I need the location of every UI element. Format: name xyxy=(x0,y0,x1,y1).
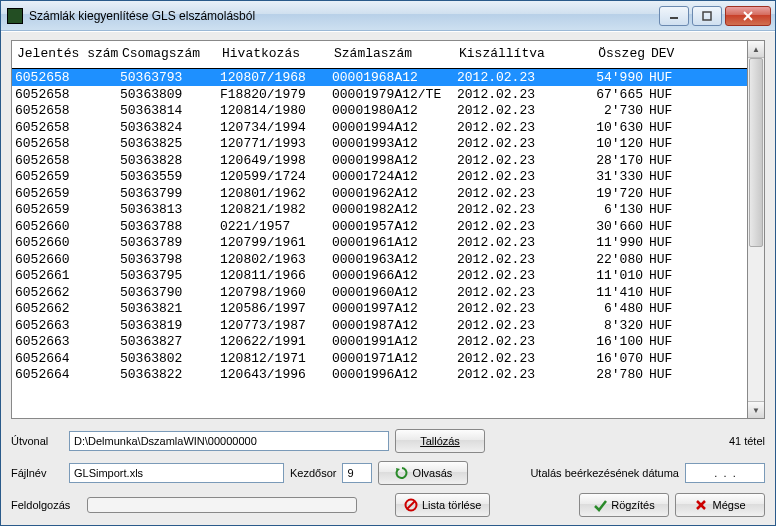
table-row[interactable]: 605265950363559120599/172400001724A12201… xyxy=(12,168,747,185)
cell: 67'665 xyxy=(554,86,646,103)
date-input[interactable] xyxy=(685,463,765,483)
cell: 0221/1957 xyxy=(217,218,329,235)
col-jelentes[interactable]: Jelentés szám xyxy=(14,45,119,62)
cell: HUF xyxy=(646,218,691,235)
cell: 120801/1962 xyxy=(217,185,329,202)
cell: 2012.02.23 xyxy=(454,135,554,152)
close-button[interactable] xyxy=(725,6,771,26)
table-row[interactable]: 605265850363793120807/196800001968A12201… xyxy=(12,69,747,86)
cell: 120814/1980 xyxy=(217,102,329,119)
cell: 6052661 xyxy=(12,267,117,284)
maximize-button[interactable] xyxy=(692,6,722,26)
cell: HUF xyxy=(646,86,691,103)
table-row[interactable]: 605266150363795120811/196600001966A12201… xyxy=(12,267,747,284)
cell: 50363821 xyxy=(117,300,217,317)
cell: HUF xyxy=(646,333,691,350)
col-dev[interactable]: DEV xyxy=(648,45,693,62)
cell: 6052662 xyxy=(12,284,117,301)
cell: 6052659 xyxy=(12,201,117,218)
fajlnev-input[interactable] xyxy=(69,463,284,483)
table-row[interactable]: 605265850363809F18820/197900001979A12/TE… xyxy=(12,86,747,103)
cell: 6052658 xyxy=(12,152,117,169)
table-row[interactable]: 605265850363814120814/198000001980A12201… xyxy=(12,102,747,119)
cell: 120586/1997 xyxy=(217,300,329,317)
cell: 2012.02.23 xyxy=(454,218,554,235)
minimize-button[interactable] xyxy=(659,6,689,26)
cell: 6052665 xyxy=(12,383,117,385)
cell: 6052658 xyxy=(12,86,117,103)
cell: 2012.02.23 xyxy=(454,383,554,385)
cell: HUF xyxy=(646,185,691,202)
table-row[interactable]: 605266050363798120802/196300001963A12201… xyxy=(12,251,747,268)
cell: 50363806 xyxy=(117,383,217,385)
cell: 2012.02.23 xyxy=(454,234,554,251)
table-row[interactable]: 605266050363789120799/196100001961A12201… xyxy=(12,234,747,251)
cell: 120821/1982 xyxy=(217,201,329,218)
table-row[interactable]: 605266450363822120643/199600001996A12201… xyxy=(12,366,747,383)
data-table[interactable]: Jelentés szám Csomagszám Hivatkozás Szám… xyxy=(11,40,748,419)
cell: 00001960A12 xyxy=(329,284,454,301)
kezdosor-input[interactable] xyxy=(342,463,372,483)
table-row[interactable]: 605266450363802120812/197100001971A12201… xyxy=(12,350,747,367)
utalas-label: Utalás beérkezésének dátuma xyxy=(530,467,679,479)
col-osszeg[interactable]: Összeg xyxy=(556,45,648,62)
table-row[interactable]: 605265850363824120734/199400001994A12201… xyxy=(12,119,747,136)
cell: 00001996A12 xyxy=(329,366,454,383)
cell: 28'780 xyxy=(554,366,646,383)
cell: 50363825 xyxy=(117,135,217,152)
scroll-up-button[interactable]: ▲ xyxy=(748,41,764,58)
lista-torlese-button[interactable]: Lista törlése xyxy=(395,493,490,517)
count-label: 41 tétel xyxy=(729,435,765,447)
olvasas-button[interactable]: Olvasás xyxy=(378,461,468,485)
cell: 19'720 xyxy=(554,185,646,202)
cell: 50363793 xyxy=(117,69,217,86)
cell: 00001980A12 xyxy=(329,102,454,119)
cell: 00001966A12 xyxy=(329,267,454,284)
table-header: Jelentés szám Csomagszám Hivatkozás Szám… xyxy=(12,41,747,69)
scroll-down-button[interactable]: ▼ xyxy=(748,401,764,418)
megse-button[interactable]: Mégse xyxy=(675,493,765,517)
cell: 29'580 xyxy=(554,383,646,385)
cell: 2012.02.23 xyxy=(454,366,554,383)
cell: HUF xyxy=(646,234,691,251)
cell: 50363799 xyxy=(117,185,217,202)
cell: 16'100 xyxy=(554,333,646,350)
rogzites-button[interactable]: Rögzítés xyxy=(579,493,669,517)
titlebar: Számlák kiegyenlítése GLS elszámolásból xyxy=(1,1,775,31)
table-row[interactable]: 605266250363790120798/196000001960A12201… xyxy=(12,284,747,301)
table-row[interactable]: 605265950363799120801/196200001962A12201… xyxy=(12,185,747,202)
table-row[interactable]: 605265850363828120649/199800001998A12201… xyxy=(12,152,747,169)
cell: 50363819 xyxy=(117,317,217,334)
table-row[interactable]: 6052660503637880221/195700001957A122012.… xyxy=(12,218,747,235)
cell: 120771/1993 xyxy=(217,135,329,152)
col-kiszallitva[interactable]: Kiszállítva xyxy=(456,45,556,62)
table-row[interactable]: 605266250363821120586/199700001997A12201… xyxy=(12,300,747,317)
col-csomag[interactable]: Csomagszám xyxy=(119,45,219,62)
cell: 2'730 xyxy=(554,102,646,119)
scroll-track[interactable] xyxy=(748,58,764,401)
app-icon xyxy=(7,8,23,24)
cell: 6052660 xyxy=(12,234,117,251)
scroll-thumb[interactable] xyxy=(749,58,763,247)
cell: 30'660 xyxy=(554,218,646,235)
utvonal-input[interactable] xyxy=(69,431,389,451)
table-body[interactable]: 605265850363793120807/196800001968A12201… xyxy=(12,69,747,384)
table-row[interactable]: 605266350363819120773/198700001987A12201… xyxy=(12,317,747,334)
table-row[interactable]: 605265850363825120771/199300001993A12201… xyxy=(12,135,747,152)
cell: 00001991A12 xyxy=(329,333,454,350)
table-row[interactable]: 605265950363813120821/198200001982A12201… xyxy=(12,201,747,218)
cell: F18803/1976 xyxy=(217,383,329,385)
cell: 50363814 xyxy=(117,102,217,119)
col-szamla[interactable]: Számlaszám xyxy=(331,45,456,62)
svg-line-6 xyxy=(407,501,415,509)
table-row[interactable]: 605266350363827120622/199100001991A12201… xyxy=(12,333,747,350)
cell: HUF xyxy=(646,102,691,119)
forbidden-icon xyxy=(404,498,418,512)
table-scrollbar[interactable]: ▲ ▼ xyxy=(748,40,765,419)
col-hivatkozas[interactable]: Hivatkozás xyxy=(219,45,331,62)
cell: 50363824 xyxy=(117,119,217,136)
cell: 2012.02.23 xyxy=(454,201,554,218)
table-row[interactable]: 605266550363806F18803/197600001976A12/TE… xyxy=(12,383,747,385)
tallozas-button[interactable]: Tallózás xyxy=(395,429,485,453)
cell: 2012.02.23 xyxy=(454,168,554,185)
